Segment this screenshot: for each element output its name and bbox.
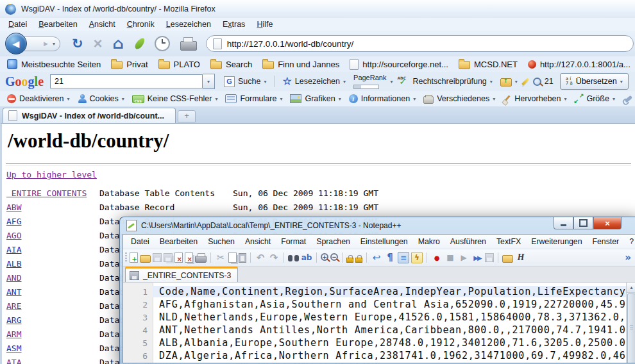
scroll-up-button[interactable]: ▲ <box>627 283 635 293</box>
redo-icon[interactable]: ↷ <box>268 252 280 263</box>
directory-entry-link[interactable]: ASM <box>6 343 21 353</box>
bookmark-folder-privat[interactable]: Privat <box>106 58 152 70</box>
sync-vertical-scroll-icon[interactable] <box>346 258 353 263</box>
replace-icon[interactable]: ab <box>301 252 312 263</box>
firefox-menu-item[interactable]: Ansicht <box>83 19 121 30</box>
sync-horizontal-scroll-icon[interactable] <box>355 258 362 263</box>
vertical-scrollbar[interactable]: ▲ <box>626 283 635 363</box>
cut-icon[interactable]: ✂ <box>215 252 226 263</box>
bookmark-sourceforge[interactable]: http://sourceforge.net... <box>345 58 453 71</box>
directory-entry-link[interactable]: ARE <box>6 301 21 311</box>
google-search-dropdown[interactable]: ▾ <box>203 74 215 89</box>
npp-menu-item[interactable]: Datei <box>126 236 155 247</box>
bookmark-folder-mcsd-net[interactable]: MCSD.NET <box>454 58 522 70</box>
print-icon[interactable] <box>195 256 207 263</box>
word-wrap-icon[interactable]: ↩ <box>371 252 382 263</box>
close-all-icon[interactable]: × <box>185 252 193 263</box>
directory-entry-link[interactable]: ARM <box>6 329 21 339</box>
history-dropdown-caret[interactable]: ▾ <box>53 41 55 47</box>
find-icon[interactable] <box>288 255 299 262</box>
npp-menu-item[interactable]: Suchen <box>203 236 240 247</box>
directory-entry-link[interactable]: AND <box>6 273 21 283</box>
up-to-higher-level-link[interactable]: Up to higher level <box>6 170 97 179</box>
npp-menu-item[interactable]: Einstellungen <box>355 236 413 247</box>
npp-menu-item[interactable]: Erweiterungen <box>526 236 587 247</box>
firefox-menu-item[interactable]: Hilfe <box>251 19 278 30</box>
webdev-deaktivieren[interactable]: Deaktivieren ▾ <box>4 93 73 104</box>
record-macro-icon[interactable]: ● <box>431 252 443 263</box>
minimize-button[interactable] <box>554 217 573 229</box>
close-file-icon[interactable]: × <box>174 252 183 263</box>
npp-menu-item[interactable]: ? <box>624 236 635 247</box>
directory-entry-link[interactable]: ARG <box>6 315 21 325</box>
webdev-hervorheben[interactable]: Hervorheben ▾ <box>500 93 570 104</box>
scrollbar-thumb[interactable] <box>627 294 635 363</box>
firefox-tab[interactable]: WsgiDAV - Index of /world-db/count... <box>3 108 176 123</box>
toolbar-overflow-icon[interactable]: » <box>622 252 634 263</box>
clock-extension-icon[interactable] <box>155 36 170 51</box>
highlighter-icon[interactable] <box>521 78 529 85</box>
copy-icon[interactable] <box>228 252 237 263</box>
leaf-extension-icon[interactable] <box>133 37 146 51</box>
stop-macro-icon[interactable]: ■ <box>444 252 456 263</box>
bookmark-folder-plato[interactable]: PLATO <box>154 58 205 70</box>
directory-entry-link[interactable]: AGO <box>6 231 21 240</box>
print-button[interactable] <box>180 41 197 51</box>
google-search-input[interactable] <box>50 74 203 88</box>
directory-entry-link[interactable]: ATA <box>6 358 21 364</box>
save-icon[interactable] <box>153 253 162 262</box>
editor-area[interactable]: 1Code,Name,Continent,Region,SurfaceArea,… <box>123 283 635 363</box>
zoom-out-icon[interactable]: − <box>330 253 338 261</box>
zoom-in-icon[interactable]: + <box>321 253 328 261</box>
url-input[interactable] <box>227 39 627 49</box>
paste-icon[interactable] <box>239 253 246 263</box>
close-button[interactable]: × <box>593 217 622 229</box>
webdev-formulare[interactable]: Formulare ▾ <box>222 93 285 104</box>
translate-button[interactable]: Übersetzen ▾ <box>560 73 629 90</box>
npp-menu-item[interactable]: Format <box>276 236 311 247</box>
open-containing-folder-icon[interactable] <box>502 255 513 263</box>
pagerank-indicator[interactable]: PageRank <box>350 73 390 90</box>
google-search-button[interactable]: G Suche ▾ <box>220 75 270 88</box>
indent-guide-icon[interactable]: ≡ <box>398 252 409 263</box>
npp-menu-item[interactable]: Ansicht <box>240 236 276 247</box>
webdev-grafiken[interactable]: Grafiken ▾ <box>287 93 344 104</box>
send-to-button[interactable]: ▾ <box>496 75 521 88</box>
directory-entry-link[interactable]: AIA <box>6 245 21 254</box>
webdev-groesse[interactable]: Größe ▾ <box>571 93 618 104</box>
google-bookmarks-button[interactable]: ☆ Lesezeichen ▾ <box>278 76 350 87</box>
new-tab-button[interactable]: + <box>178 110 196 122</box>
firefox-menu-item[interactable]: Chronik <box>121 19 160 30</box>
directory-entry-link[interactable]: ENTIRE CONTENTS <box>6 188 87 198</box>
undo-icon[interactable]: ↶ <box>255 252 266 263</box>
save-all-icon[interactable] <box>164 253 173 262</box>
npp-menu-item[interactable]: Bearbeiten <box>155 236 203 247</box>
firefox-menu-item[interactable]: Lesezeichen <box>160 19 217 30</box>
webdev-cookies[interactable]: Cookies ▾ <box>74 93 128 105</box>
directory-entry-link[interactable]: ANT <box>6 287 21 297</box>
back-button[interactable]: ◀ <box>5 33 27 54</box>
run-macro-multiple-icon[interactable]: ▶▶ <box>471 252 483 263</box>
new-file-icon[interactable]: + <box>130 252 138 263</box>
directory-entry-link[interactable]: AFG <box>6 217 21 226</box>
firefox-menu-item[interactable]: Bearbeiten <box>33 19 83 30</box>
stop-button[interactable]: × <box>94 37 103 50</box>
npp-menu-item[interactable]: Makro <box>413 236 445 247</box>
bookmark-localhost-8001[interactable]: http://127.0.0.1:8001/a... <box>523 58 635 70</box>
bookmark-folder-finn-und-jannes[interactable]: Finn und Jannes <box>258 58 344 70</box>
user-dialog-icon[interactable]: ϟ <box>411 252 423 263</box>
firefox-menu-item[interactable]: Datei <box>3 19 33 30</box>
bookmark-folder-search[interactable]: Search <box>206 58 257 70</box>
npp-menu-item[interactable]: Sprachen <box>311 236 355 247</box>
save-macro-icon[interactable] <box>485 253 494 262</box>
document-tab[interactable]: _ENTIRE_CONTENTS-3 <box>125 267 238 282</box>
bookmark-meistbesuchte-seiten[interactable]: Meistbesuchte Seiten <box>3 58 105 70</box>
directory-entry-link[interactable]: ALB <box>6 259 21 269</box>
npp-menu-item[interactable]: TextFX <box>491 236 526 247</box>
directory-entry-link[interactable]: ABW <box>6 203 21 212</box>
firefox-menu-item[interactable]: Extras <box>217 19 251 30</box>
npp-menu-item[interactable]: Fenster <box>587 236 624 247</box>
play-macro-icon[interactable]: ▶ <box>458 252 470 263</box>
html-preview-icon[interactable]: H <box>515 252 527 263</box>
spellcheck-button[interactable]: Rechtschreibprüfung ▾ <box>393 75 496 88</box>
